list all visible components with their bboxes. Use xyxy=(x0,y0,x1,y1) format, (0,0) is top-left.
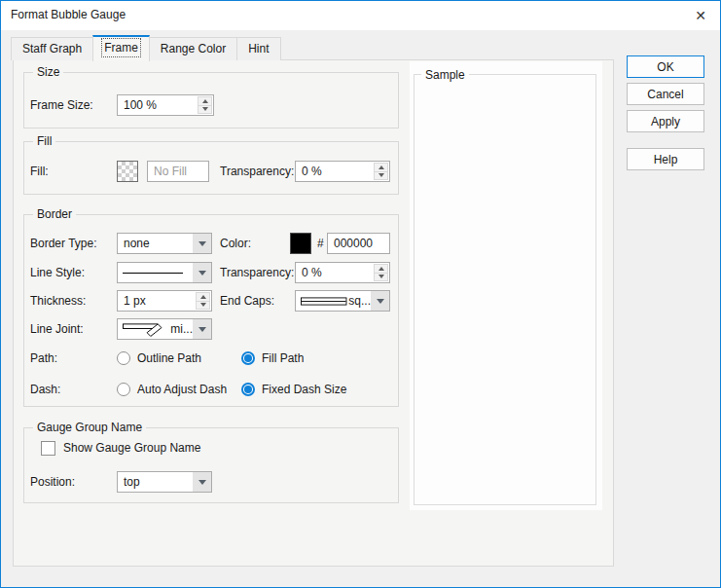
fill-transparency-input[interactable] xyxy=(296,162,373,181)
border-transparency-input[interactable] xyxy=(296,263,373,282)
border-type-select[interactable]: none xyxy=(117,233,212,254)
hash-symbol: # xyxy=(317,233,324,254)
tab-staff-graph[interactable]: Staff Graph xyxy=(11,37,93,60)
show-gauge-group-name-checkbox[interactable]: Show Gauge Group Name xyxy=(41,440,200,456)
position-row: Position: top xyxy=(24,471,398,493)
spin-down-icon[interactable] xyxy=(374,171,388,181)
path-row: Path: Outline Path Fill Path xyxy=(24,350,398,366)
spin-down-icon[interactable] xyxy=(374,273,388,282)
border-transparency-spin-buttons xyxy=(374,264,388,281)
border-color-label: Color: xyxy=(220,233,251,254)
title-bar: Format Bubble Gauge ✕ xyxy=(1,1,720,30)
line-style-label: Line Style: xyxy=(30,262,85,283)
radio-fill-path[interactable]: Fill Path xyxy=(241,350,304,366)
dropdown-arrow-icon xyxy=(193,319,211,339)
radio-icon xyxy=(241,383,255,396)
fill-value-input[interactable] xyxy=(148,162,208,181)
fill-value-box xyxy=(147,161,209,182)
border-group: Border Border Type: none Color: # Line S… xyxy=(23,214,399,407)
size-group: Size Frame Size: xyxy=(23,72,399,129)
solid-line-icon xyxy=(118,273,193,274)
checkbox-icon xyxy=(41,441,55,456)
sample-panel: Sample xyxy=(410,61,602,510)
frame-tab-panel: Size Frame Size: Fill Fill: xyxy=(13,59,614,567)
border-transparency-spinner xyxy=(295,262,390,283)
radio-fixed-dash-size[interactable]: Fixed Dash Size xyxy=(241,382,346,397)
frame-size-row: Frame Size: xyxy=(24,94,398,116)
format-bubble-gauge-dialog: Format Bubble Gauge ✕ Staff Graph Frame … xyxy=(0,0,721,588)
frame-size-input[interactable] xyxy=(118,95,197,115)
dash-label: Dash: xyxy=(30,382,60,397)
fill-transparency-spin-buttons xyxy=(374,163,388,180)
tab-hint[interactable]: Hint xyxy=(236,37,280,60)
thickness-input[interactable] xyxy=(118,291,195,311)
radio-outline-path[interactable]: Outline Path xyxy=(117,350,201,366)
border-type-value: none xyxy=(118,237,193,250)
sample-group: Sample xyxy=(414,74,596,505)
border-transparency-label: Transparency: xyxy=(220,262,294,283)
radio-icon xyxy=(117,351,130,365)
line-style-select[interactable] xyxy=(117,262,212,283)
line-joint-label: Line Joint: xyxy=(30,318,84,340)
spin-down-icon[interactable] xyxy=(196,301,210,311)
frame-size-label: Frame Size: xyxy=(30,94,93,116)
line-joint-row: Line Joint: mi... xyxy=(24,318,398,340)
border-color-hex-input[interactable] xyxy=(328,234,389,253)
dropdown-arrow-icon xyxy=(371,291,389,311)
path-label: Path: xyxy=(30,350,57,366)
tab-label: Hint xyxy=(248,42,269,55)
thickness-label: Thickness: xyxy=(30,290,86,312)
radio-auto-adjust-dash[interactable]: Auto Adjust Dash xyxy=(117,382,227,397)
gauge-group-title: Gauge Group Name xyxy=(33,421,146,434)
radio-label: Fixed Dash Size xyxy=(262,383,346,396)
fill-group: Fill Fill: Transparency: xyxy=(23,141,399,195)
line-style-row: Line Style: Transparency: xyxy=(24,262,398,283)
close-icon[interactable]: ✕ xyxy=(690,5,711,26)
size-group-title: Size xyxy=(33,65,63,79)
ok-button[interactable]: OK xyxy=(627,55,704,78)
line-joint-value: mi... xyxy=(170,322,193,336)
border-color-swatch[interactable] xyxy=(290,233,311,254)
fill-swatch-button[interactable] xyxy=(117,161,138,182)
frame-size-spinner xyxy=(117,94,214,116)
frame-size-spin-buttons xyxy=(198,96,212,114)
fill-transparency-spinner xyxy=(295,161,390,182)
border-color-hex-box xyxy=(327,233,390,254)
fill-transparency-label: Transparency: xyxy=(220,161,294,182)
dash-row: Dash: Auto Adjust Dash Fixed Dash Size xyxy=(24,382,398,397)
tab-frame[interactable]: Frame xyxy=(92,35,150,61)
tab-range-color[interactable]: Range Color xyxy=(149,37,237,60)
gauge-group-name-group: Gauge Group Name Show Gauge Group Name P… xyxy=(23,427,399,503)
border-type-row: Border Type: none Color: # xyxy=(24,233,398,254)
tab-label: Range Color xyxy=(161,42,226,55)
tab-label: Staff Graph xyxy=(22,42,82,55)
end-caps-select[interactable]: sq... xyxy=(295,290,390,312)
dropdown-arrow-icon xyxy=(193,263,211,282)
thickness-spin-buttons xyxy=(196,292,210,310)
position-select[interactable]: top xyxy=(117,471,212,493)
dialog-title: Format Bubble Gauge xyxy=(11,8,126,21)
cancel-button[interactable]: Cancel xyxy=(627,83,704,105)
miter-joint-icon: mi... xyxy=(118,320,193,338)
radio-label: Outline Path xyxy=(137,351,201,365)
help-button[interactable]: Help xyxy=(627,148,704,170)
position-value: top xyxy=(118,475,193,489)
radio-icon xyxy=(241,351,255,365)
dropdown-arrow-icon xyxy=(193,472,211,492)
dropdown-arrow-icon xyxy=(193,234,211,253)
radio-icon xyxy=(117,383,130,396)
radio-label: Fill Path xyxy=(262,351,304,365)
border-group-title: Border xyxy=(33,207,76,221)
fill-group-title: Fill xyxy=(33,134,55,148)
radio-label: Auto Adjust Dash xyxy=(137,383,227,396)
apply-button[interactable]: Apply xyxy=(627,110,704,132)
position-label: Position: xyxy=(30,471,75,493)
tab-label: Frame xyxy=(104,41,138,55)
line-joint-select[interactable]: mi... xyxy=(117,318,212,340)
sample-group-title: Sample xyxy=(421,68,469,82)
end-caps-label: End Caps: xyxy=(220,290,274,312)
thickness-row: Thickness: End Caps: sq... xyxy=(24,290,398,312)
fill-row: Fill: Transparency: xyxy=(24,161,398,182)
square-end-cap-icon: sq... xyxy=(296,294,371,308)
spin-down-icon[interactable] xyxy=(198,105,212,115)
